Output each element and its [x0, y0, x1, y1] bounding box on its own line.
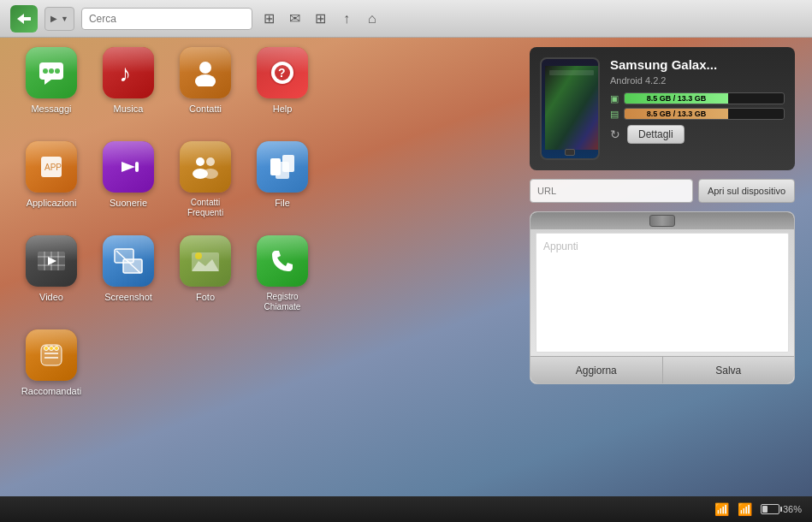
svg-point-18 — [206, 157, 215, 166]
storage-bar-2: ▤ 8.5 GB / 13.3 GB — [610, 108, 785, 120]
svg-point-35 — [44, 347, 49, 351]
svg-marker-14 — [122, 162, 135, 172]
refresh-icon[interactable]: ↻ — [610, 128, 620, 141]
svg-point-7 — [199, 62, 211, 74]
svg-point-4 — [49, 68, 54, 74]
notepad-actions: Aggiorna Salva — [530, 356, 794, 383]
url-input[interactable] — [530, 179, 693, 203]
battery-container: 36% — [761, 504, 802, 514]
messaggi-label: Messaggi — [31, 104, 71, 115]
contatti-freq-icon — [180, 141, 231, 193]
storage-fill-1: 8.5 GB / 13.3 GB — [625, 93, 728, 104]
device-image — [540, 57, 600, 160]
device-info: Samsung Galax... Android 4.2.2 ▣ 8.5 GB … — [610, 57, 785, 160]
messaggi-icon — [26, 47, 77, 98]
contatti-icon — [180, 47, 231, 98]
svg-point-8 — [195, 74, 216, 86]
app-video[interactable]: Video — [17, 235, 86, 321]
search-input[interactable] — [81, 8, 252, 30]
url-bar: Apri sul dispositivo — [530, 179, 795, 203]
app-grid: Messaggi ♪ Musica Contatti ? Help APP Ap… — [17, 47, 317, 415]
svg-point-36 — [50, 347, 54, 351]
app-foto[interactable]: Foto — [171, 235, 240, 321]
upload-icon[interactable]: ↑ — [336, 9, 357, 29]
screenshot-icon — [103, 235, 154, 287]
battery-percentage: 36% — [783, 504, 802, 514]
svg-rect-30 — [115, 249, 133, 263]
svg-point-5 — [55, 68, 60, 74]
svg-text:?: ? — [278, 66, 286, 80]
play-button[interactable]: ▶ — [50, 14, 57, 23]
top-bar: ▶ ▼ ⊞ ✉ ⊞ ↑ ⌂ — [0, 0, 812, 38]
foto-label: Foto — [196, 292, 215, 303]
svg-text:APP: APP — [44, 163, 62, 172]
svg-point-19 — [203, 169, 218, 179]
storage-bar-1: ▣ 8.5 GB / 13.3 GB — [610, 92, 785, 104]
mail-icon[interactable]: ✉ — [285, 9, 305, 29]
svg-point-37 — [55, 347, 59, 351]
suonerie-icon — [103, 141, 154, 193]
device-screen — [545, 66, 595, 146]
app-contatti[interactable]: Contatti — [171, 47, 240, 133]
storage-fill-2: 8.5 GB / 13.3 GB — [625, 109, 728, 119]
musica-label: Musica — [114, 104, 144, 115]
svg-rect-39 — [549, 70, 594, 75]
app-messaggi[interactable]: Messaggi — [17, 47, 86, 133]
applicazioni-label: Applicazioni — [27, 198, 77, 209]
notepad-placeholder: Appunti — [543, 240, 578, 252]
svg-rect-22 — [282, 155, 294, 172]
storage-label-2: 8.5 GB / 13.3 GB — [647, 110, 707, 118]
musica-icon: ♪ — [103, 47, 154, 98]
home-icon[interactable]: ⌂ — [362, 9, 382, 29]
wifi-icon: 📶 — [714, 502, 729, 516]
app-musica[interactable]: ♪ Musica — [94, 47, 163, 133]
svg-rect-1 — [39, 62, 63, 80]
app-applicazioni[interactable]: APP Applicazioni — [17, 141, 86, 227]
file-label: File — [275, 198, 290, 209]
app-suonerie[interactable]: Suonerie — [94, 141, 163, 227]
salva-button[interactable]: Salva — [663, 356, 795, 383]
video-label: Video — [39, 292, 63, 303]
svg-rect-15 — [135, 162, 139, 172]
registro-label: RegistroChiamate — [264, 292, 301, 312]
device-card: Samsung Galax... Android 4.2.2 ▣ 8.5 GB … — [530, 47, 795, 170]
file-icon — [257, 141, 308, 193]
notepad-paper[interactable]: Appunti — [536, 233, 789, 353]
svg-point-34 — [195, 252, 202, 259]
storage-label-1: 8.5 GB / 13.3 GB — [647, 94, 707, 103]
apri-dispositivo-button[interactable]: Apri sul dispositivo — [698, 179, 795, 203]
app-raccomandati[interactable]: Raccomandati — [17, 329, 86, 415]
suonerie-label: Suonerie — [110, 198, 147, 209]
notepad-top — [530, 212, 794, 229]
dettagli-row: ↻ Dettagli — [610, 125, 785, 144]
app-registro[interactable]: RegistroChiamate — [248, 235, 317, 321]
aggiorna-button[interactable]: Aggiorna — [530, 356, 663, 383]
right-panel: Samsung Galax... Android 4.2.2 ▣ 8.5 GB … — [530, 47, 795, 384]
help-label: Help — [273, 104, 293, 115]
app-help[interactable]: ? Help — [248, 47, 317, 133]
svg-point-16 — [196, 157, 204, 166]
notepad: Appunti Aggiorna Salva — [530, 211, 795, 384]
app-contatti-freq[interactable]: ContattiFrequenti — [171, 141, 240, 227]
grid-icon[interactable]: ⊞ — [259, 9, 280, 29]
notepad-clip — [649, 215, 675, 227]
raccomandati-label: Raccomandati — [21, 386, 81, 397]
svg-marker-2 — [44, 80, 51, 85]
contatti-freq-label: ContattiFrequenti — [187, 198, 223, 218]
device-name: Samsung Galax... — [610, 57, 785, 72]
dettagli-button[interactable]: Dettagli — [627, 125, 685, 144]
battery-fill — [762, 506, 768, 513]
svg-point-3 — [43, 68, 48, 74]
app-screenshot[interactable]: Screenshot — [94, 235, 163, 321]
device-home-btn — [565, 149, 575, 156]
sync-icon[interactable]: ⊞ — [311, 9, 331, 29]
registro-icon — [257, 235, 308, 287]
dropdown-arrow-icon: ▼ — [61, 15, 68, 23]
svg-text:♪: ♪ — [119, 60, 131, 86]
playback-controls[interactable]: ▶ ▼ — [44, 7, 74, 31]
app-file[interactable]: File — [248, 141, 317, 227]
foto-icon — [180, 235, 231, 287]
raccomandati-icon — [26, 329, 77, 381]
storage-icon-1: ▣ — [610, 93, 619, 104]
help-icon: ? — [257, 47, 308, 98]
